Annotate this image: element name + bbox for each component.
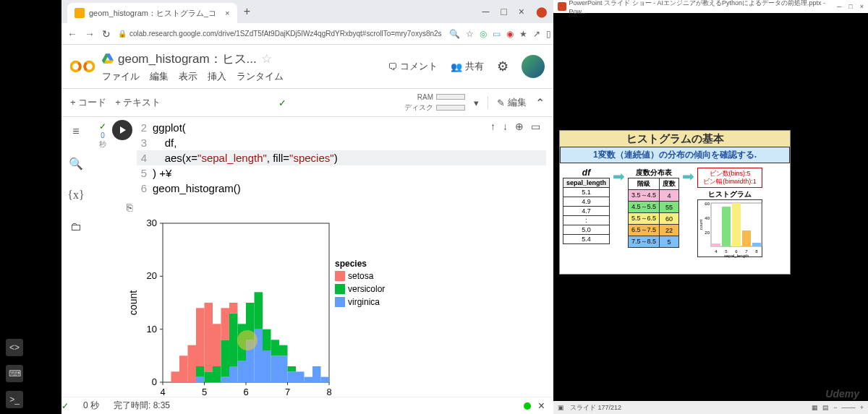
- powerpoint-icon: [558, 2, 566, 11]
- output-toggle-icon[interactable]: ⎘: [127, 202, 546, 213]
- search-icon[interactable]: 🔍: [69, 156, 83, 171]
- svg-rect-57: [321, 377, 330, 382]
- svg-text:40: 40: [705, 216, 710, 220]
- svg-text:6: 6: [243, 387, 248, 397]
- share-icon: 👥: [451, 61, 462, 72]
- toc-icon[interactable]: ≡: [69, 124, 83, 139]
- gear-icon[interactable]: ⚙: [497, 59, 509, 74]
- svg-text:60: 60: [705, 202, 710, 206]
- svg-rect-75: [752, 243, 761, 246]
- browser-window: geom_histogram：ヒストグラム_コ × + ─ □ × ⬤ ← → …: [61, 0, 553, 414]
- svg-rect-24: [171, 371, 180, 382]
- svg-rect-26: [188, 345, 197, 382]
- dropdown-icon[interactable]: ▾: [474, 98, 479, 108]
- share-button[interactable]: 👥共有: [451, 60, 484, 73]
- url-field[interactable]: 🔒 colab.research.google.com/drive/1SZdT5…: [118, 30, 442, 38]
- run-cell-button[interactable]: [112, 120, 132, 140]
- ext-icon[interactable]: ▯: [546, 29, 551, 39]
- svg-rect-27: [196, 377, 205, 382]
- svg-text:20: 20: [705, 230, 710, 235]
- move-down-icon[interactable]: ↓: [503, 120, 508, 134]
- freq-table: 階級度数3.5～4.544.5～5.5555.5～6.5606.5～7.5227…: [628, 178, 679, 248]
- df-table: sepal_length 5.1 4.9 4.7 : 5.0 5.4: [563, 178, 610, 244]
- svg-rect-35: [221, 340, 230, 376]
- ext-icon[interactable]: 🔍: [449, 29, 460, 39]
- svg-rect-55: [305, 377, 313, 382]
- star-icon[interactable]: ☆: [261, 51, 272, 66]
- svg-rect-29: [196, 308, 205, 366]
- browser-tab[interactable]: geom_histogram：ヒストグラム_コ ×: [67, 3, 237, 23]
- terminal-icon[interactable]: >_: [6, 391, 23, 408]
- ext-icon[interactable]: ◎: [480, 29, 487, 39]
- svg-rect-56: [312, 366, 321, 382]
- mini-histogram: 20406045678sepal_lengthcount: [697, 199, 762, 257]
- svg-rect-51: [279, 345, 288, 356]
- code-editor[interactable]: ↑ ↓ ⊕ ▭ 2ggplot( 3 df, 4 aes(x="sepal_le…: [137, 120, 546, 196]
- recording-icon: ⬤: [536, 6, 548, 17]
- close-window-icon[interactable]: ×: [519, 6, 524, 17]
- ext-icon[interactable]: ▭: [493, 29, 501, 39]
- close-icon[interactable]: ×: [538, 400, 545, 413]
- freq-title: 度数分布表: [628, 168, 679, 178]
- forward-button[interactable]: →: [85, 28, 95, 40]
- resource-meter[interactable]: RAM ディスク: [404, 93, 465, 113]
- menu-file[interactable]: ファイル: [102, 70, 140, 83]
- ext-icon[interactable]: ◉: [506, 29, 514, 39]
- edit-button[interactable]: ✎編集: [488, 96, 527, 109]
- new-tab-button[interactable]: +: [240, 4, 255, 19]
- zoom-slider[interactable]: ───: [842, 404, 856, 411]
- back-button[interactable]: ←: [67, 28, 77, 40]
- move-up-icon[interactable]: ↑: [490, 120, 495, 134]
- zoom-in-icon[interactable]: +: [860, 404, 864, 411]
- files-icon[interactable]: 🗀: [69, 220, 83, 234]
- toolbar: + コード + テキスト ✓ RAM ディスク ▾ ✎編集 ⌃: [61, 88, 553, 117]
- svg-rect-71: [712, 243, 720, 246]
- view-icon[interactable]: ▦: [812, 404, 818, 411]
- link-icon[interactable]: ⊕: [515, 120, 524, 134]
- slide-subtitle: 1変数（連続値）の分布の傾向を確認する.: [560, 147, 790, 163]
- cursor-highlight: [237, 330, 258, 350]
- add-code-button[interactable]: + コード: [70, 96, 106, 109]
- exec-sec: 秒: [99, 139, 106, 150]
- svg-rect-37: [229, 366, 238, 382]
- maximize-icon[interactable]: □: [848, 3, 852, 10]
- zoom-out-icon[interactable]: −: [833, 404, 837, 411]
- maximize-icon[interactable]: □: [501, 6, 506, 17]
- minimize-icon[interactable]: ─: [482, 6, 489, 17]
- svg-rect-73: [732, 203, 741, 246]
- powerpoint-titlebar: PowerPoint スライド ショー - AIエンジニアが教えるPythonに…: [553, 0, 868, 13]
- code-icon[interactable]: <>: [6, 339, 23, 356]
- close-icon[interactable]: ×: [860, 3, 864, 10]
- menu-runtime[interactable]: ランタイム: [237, 70, 284, 83]
- menu-view[interactable]: 表示: [179, 70, 197, 83]
- view-icon[interactable]: ▤: [822, 404, 829, 411]
- check-icon: ✓: [61, 401, 69, 411]
- minimize-icon[interactable]: ─: [837, 3, 841, 10]
- svg-marker-4: [104, 61, 114, 64]
- status-bar: ✓ 0 秒 完了時間: 8:35 ×: [61, 397, 553, 414]
- slide-counter: スライド 177/212: [570, 403, 621, 413]
- close-tab-icon[interactable]: ×: [225, 9, 229, 17]
- comment-button[interactable]: 🗨コメント: [388, 60, 438, 73]
- collapse-icon[interactable]: ⌃: [535, 96, 545, 110]
- menu-insert[interactable]: 挿入: [208, 70, 226, 83]
- keyboard-icon[interactable]: ⌨: [6, 365, 23, 382]
- ext-icon[interactable]: ☆: [466, 29, 474, 39]
- menu-edit[interactable]: 編集: [150, 70, 169, 83]
- reload-button[interactable]: ↻: [102, 28, 111, 40]
- more-icon[interactable]: ▭: [531, 120, 540, 134]
- browser-tabbar: geom_histogram：ヒストグラム_コ × + ─ □ × ⬤: [61, 0, 553, 23]
- add-text-button[interactable]: + テキスト: [115, 96, 161, 109]
- cell-output: ⎘ 010203045678sepal_lengthcountspeciesse…: [127, 202, 546, 397]
- ext-icon[interactable]: ↗: [533, 29, 540, 39]
- svg-rect-74: [742, 230, 751, 246]
- svg-rect-49: [271, 340, 280, 355]
- code-cell[interactable]: ✓ 0 秒 ↑ ↓ ⊕ ▭ 2ggplot( 3 df,: [98, 120, 546, 196]
- ext-icon[interactable]: ★: [519, 29, 527, 39]
- svg-rect-31: [205, 303, 213, 371]
- doc-title[interactable]: geom_histogram：ヒス...: [118, 51, 257, 67]
- vars-icon[interactable]: {x}: [69, 188, 83, 202]
- pp-title: PowerPoint スライド ショー - AIエンジニアが教えるPythonに…: [569, 0, 834, 15]
- svg-rect-72: [722, 207, 731, 246]
- avatar[interactable]: [522, 55, 545, 78]
